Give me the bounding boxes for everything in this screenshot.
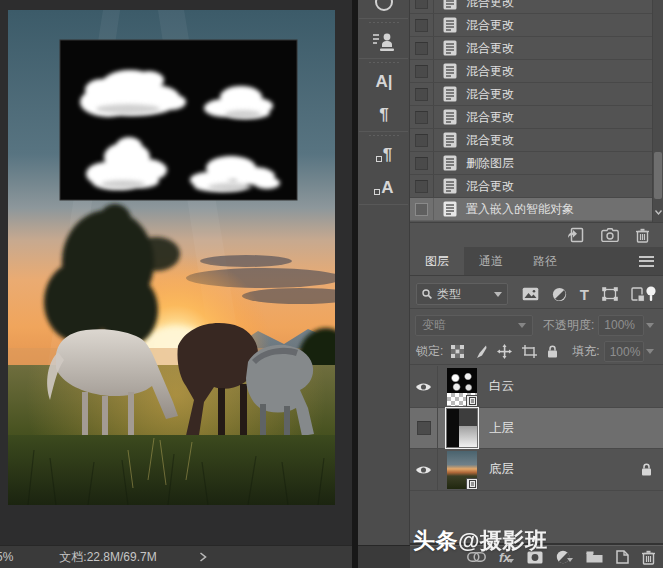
history-state-icon — [443, 40, 457, 56]
history-source-checkbox[interactable] — [415, 111, 428, 124]
lock-image-pixels-brush-icon[interactable] — [474, 345, 487, 359]
toutiao-watermark: 头条@摄影班 — [413, 526, 661, 556]
history-source-checkbox[interactable] — [415, 19, 428, 32]
history-state-row[interactable]: 混合更改 — [410, 37, 652, 60]
history-state-row[interactable]: 混合更改 — [410, 0, 652, 14]
history-source-checkbox[interactable] — [415, 88, 428, 101]
paragraph-styles-panel-icon[interactable]: ¶ — [358, 138, 410, 171]
paragraph-styles-icon: ¶ — [383, 145, 392, 164]
chevron-down-icon — [567, 558, 573, 562]
opacity-input[interactable]: 100% — [598, 315, 644, 336]
opacity-label: 不透明度: — [543, 317, 594, 334]
filter-type-layers-icon[interactable]: T — [580, 287, 589, 302]
hamburger-menu-icon — [639, 256, 654, 267]
layer-name[interactable]: 底层 — [489, 461, 514, 478]
panel-tab-bar: 图层 通道 路径 — [410, 247, 663, 276]
history-state-icon — [443, 86, 457, 102]
new-document-from-state-button[interactable] — [567, 227, 584, 243]
blend-mode-select[interactable]: 变暗 — [415, 315, 533, 336]
history-state-row[interactable]: 混合更改 — [410, 106, 652, 129]
filter-pixel-layers-icon[interactable] — [522, 287, 539, 301]
history-state-row[interactable]: 删除图层 — [410, 152, 652, 175]
tab-paths[interactable]: 路径 — [518, 247, 572, 275]
history-state-icon — [443, 0, 457, 10]
tab-channels[interactable]: 通道 — [464, 247, 518, 275]
history-state-row[interactable]: 混合更改 — [410, 83, 652, 106]
history-source-checkbox[interactable] — [415, 203, 428, 216]
fill-label: 填充: — [572, 343, 599, 360]
smart-object-badge-icon — [466, 478, 478, 490]
history-state-icon — [443, 63, 457, 79]
layer-name[interactable]: 上层 — [489, 420, 514, 437]
chevron-down-icon[interactable] — [646, 349, 654, 354]
fill-input[interactable]: 100% — [604, 341, 644, 362]
history-state-row[interactable]: 混合更改 — [410, 129, 652, 152]
search-icon — [422, 289, 432, 299]
filter-on-off-toggle[interactable] — [645, 286, 657, 302]
filter-shape-layers-icon[interactable] — [602, 287, 618, 301]
layer-name[interactable]: 白云 — [489, 378, 514, 395]
history-state-row-selected[interactable]: 置入嵌入的智能对象 — [410, 198, 652, 221]
layer-thumbnail-gradient[interactable] — [447, 409, 477, 447]
visibility-toggle-empty[interactable] — [417, 421, 431, 435]
lock-row: 锁定: 填充: 100% — [410, 339, 663, 365]
history-source-checkbox[interactable] — [415, 65, 428, 78]
visibility-eye-icon[interactable] — [415, 464, 432, 476]
tab-layers[interactable]: 图层 — [410, 247, 464, 275]
history-source-checkbox[interactable] — [415, 180, 428, 193]
paragraph-panel-icon[interactable]: ¶ — [358, 98, 410, 131]
layer-row-bottom[interactable]: 底层 — [410, 449, 663, 491]
history-source-checkbox[interactable] — [415, 0, 428, 9]
filter-type-select[interactable]: 类型 — [416, 283, 508, 305]
clone-source-panel-icon[interactable] — [358, 25, 410, 58]
filter-smart-objects-icon[interactable] — [631, 287, 645, 302]
layer-list: 白云 上层 — [410, 366, 663, 491]
character-styles-icon: A — [381, 178, 393, 197]
panel-menu-button[interactable] — [639, 247, 654, 275]
dock-bottom-strip — [358, 545, 410, 568]
layers-panel: 图层 通道 路径 类型 T — [410, 247, 663, 545]
filter-adjustment-layers-icon[interactable] — [552, 287, 567, 302]
history-state-icon — [443, 155, 457, 171]
chevron-down-icon[interactable] — [646, 323, 654, 328]
chevron-down-icon — [494, 292, 502, 297]
document-canvas[interactable] — [8, 10, 335, 505]
style-square-icon — [376, 156, 382, 162]
status-options-chevron-icon[interactable] — [199, 552, 207, 562]
character-styles-panel-icon[interactable]: A — [358, 171, 410, 204]
history-state-icon — [443, 132, 457, 148]
canvas-area[interactable] — [0, 0, 352, 545]
layer-locked-icon — [641, 463, 652, 476]
new-snapshot-button[interactable] — [601, 228, 619, 242]
lock-position-move-icon[interactable] — [497, 344, 512, 359]
layer-row-clouds[interactable]: 白云 — [410, 366, 663, 408]
history-state-icon — [443, 201, 457, 217]
lock-artboard-icon[interactable] — [522, 345, 537, 358]
history-source-checkbox[interactable] — [415, 42, 428, 55]
lock-all-icon[interactable] — [547, 345, 558, 358]
visibility-eye-icon[interactable] — [415, 381, 432, 393]
paragraph-pilcrow-icon: ¶ — [379, 106, 388, 123]
document-size-info: 文档:22.8M/69.7M — [59, 549, 156, 566]
scrollbar-down-arrow-icon[interactable] — [653, 204, 663, 220]
history-state-row[interactable]: 混合更改 — [410, 60, 652, 83]
layer-filter-row: 类型 T — [410, 280, 663, 309]
layer-row-upper-selected[interactable]: 上层 — [410, 408, 663, 449]
clone-stamp-icon — [372, 31, 396, 53]
zoom-level[interactable]: 5% — [0, 550, 13, 564]
collapsed-panels-dock: A| ¶ ¶ A — [358, 0, 410, 545]
delete-state-button[interactable] — [636, 228, 649, 243]
history-state-row[interactable]: 混合更改 — [410, 175, 652, 198]
history-source-checkbox[interactable] — [415, 134, 428, 147]
lock-transparent-pixels-icon[interactable] — [451, 345, 464, 358]
scrollbar-thumb[interactable] — [654, 152, 662, 199]
chevron-down-icon — [518, 323, 526, 328]
history-panel-icon[interactable] — [358, 0, 410, 18]
history-state-row[interactable]: 混合更改 — [410, 14, 652, 37]
history-scrollbar[interactable] — [652, 0, 663, 222]
history-source-checkbox[interactable] — [415, 157, 428, 170]
character-panel-icon[interactable]: A| — [358, 65, 410, 98]
photoshop-workspace: 5% 文档:22.8M/69.7M — [0, 0, 663, 568]
sunset-horses-photo — [8, 10, 335, 505]
style-square-icon — [374, 189, 380, 195]
